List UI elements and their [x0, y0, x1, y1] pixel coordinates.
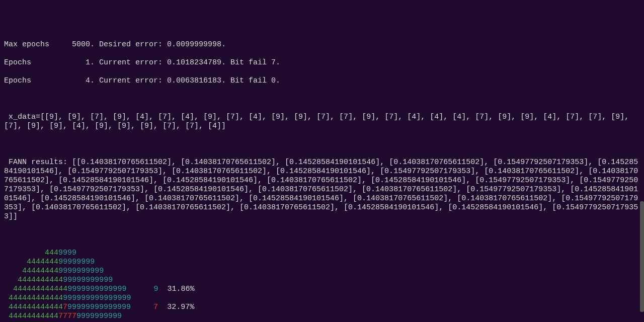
blank-line [4, 95, 640, 104]
blank-line [4, 140, 640, 149]
x-data-dump: x_data=[[9], [9], [7], [9], [4], [7], [4… [4, 113, 640, 131]
training-line-2: Epochs 1. Current error: 0.1018234789. B… [4, 58, 640, 67]
training-line-3: Epochs 4. Current error: 0.0063816183. B… [4, 76, 640, 86]
pie-row: 4449999 [4, 249, 640, 258]
pie-row: 444444499999999 [4, 258, 640, 267]
blank-line [4, 230, 640, 239]
pie-row: 4444444444449999999999999 9 31.86% [4, 285, 640, 294]
pie-chart-ascii: 4449999 444444499999999 4444444499999999… [4, 249, 640, 322]
pie-row: 444444444444799999999999999 7 32.97% [4, 303, 640, 312]
training-line-1: Max epochs 5000. Desired error: 0.009999… [4, 40, 640, 49]
fann-results: FANN results: [[0.14038170765611502], [0… [4, 158, 640, 221]
scrollbar-thumb[interactable] [640, 201, 644, 312]
pie-row: 444444444444999999999999999 [4, 294, 640, 303]
pie-row: 4444444444477779999999999 [4, 312, 640, 321]
pie-row: 444444444499999999999 [4, 276, 640, 285]
pie-row: 444444449999999999 [4, 267, 640, 276]
